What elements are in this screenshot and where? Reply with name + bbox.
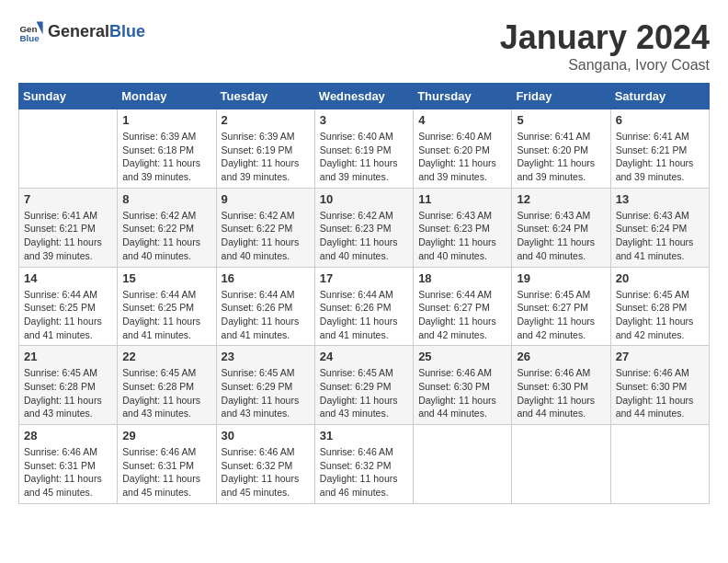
title-block: January 2024 Sangana, Ivory Coast bbox=[500, 18, 710, 74]
sunrise-text: Sunrise: 6:45 AM bbox=[320, 367, 393, 378]
sunrise-text: Sunrise: 6:42 AM bbox=[122, 210, 196, 221]
cell-info: Sunrise: 6:42 AMSunset: 6:22 PMDaylight:… bbox=[222, 209, 310, 263]
table-row: 30Sunrise: 6:46 AMSunset: 6:32 PMDayligh… bbox=[216, 425, 314, 504]
sunset-text: Sunset: 6:29 PM bbox=[320, 381, 392, 392]
sunset-text: Sunset: 6:32 PM bbox=[222, 460, 293, 471]
table-row: 20Sunrise: 6:45 AMSunset: 6:28 PMDayligh… bbox=[610, 267, 709, 346]
table-row: 10Sunrise: 6:42 AMSunset: 6:23 PMDayligh… bbox=[314, 188, 413, 267]
daylight-text: Daylight: 11 hours and 40 minutes. bbox=[320, 236, 398, 261]
daylight-text: Daylight: 11 hours and 41 minutes. bbox=[222, 316, 300, 340]
day-number: 1 bbox=[122, 113, 210, 127]
calendar-week-row: 28Sunrise: 6:46 AMSunset: 6:31 PMDayligh… bbox=[19, 425, 710, 504]
sunrise-text: Sunrise: 6:46 AM bbox=[222, 446, 295, 457]
cell-info: Sunrise: 6:45 AMSunset: 6:29 PMDaylight:… bbox=[320, 366, 408, 420]
sunset-text: Sunset: 6:24 PM bbox=[616, 223, 688, 234]
cell-info: Sunrise: 6:45 AMSunset: 6:28 PMDaylight:… bbox=[122, 366, 210, 420]
sunrise-text: Sunrise: 6:46 AM bbox=[517, 367, 590, 378]
sunrise-text: Sunrise: 6:44 AM bbox=[122, 289, 196, 300]
header-monday: Monday bbox=[118, 84, 216, 109]
table-row: 16Sunrise: 6:44 AMSunset: 6:26 PMDayligh… bbox=[216, 267, 314, 346]
day-number: 19 bbox=[517, 271, 605, 285]
daylight-text: Daylight: 11 hours and 41 minutes. bbox=[616, 236, 694, 261]
sunrise-text: Sunrise: 6:43 AM bbox=[616, 210, 689, 221]
sunset-text: Sunset: 6:30 PM bbox=[517, 381, 588, 392]
table-row: 15Sunrise: 6:44 AMSunset: 6:25 PMDayligh… bbox=[118, 267, 216, 346]
sunset-text: Sunset: 6:28 PM bbox=[24, 381, 96, 392]
sunset-text: Sunset: 6:21 PM bbox=[24, 223, 96, 234]
sunset-text: Sunset: 6:27 PM bbox=[517, 302, 588, 313]
day-number: 7 bbox=[24, 192, 112, 206]
daylight-text: Daylight: 11 hours and 41 minutes. bbox=[122, 316, 200, 340]
sunrise-text: Sunrise: 6:46 AM bbox=[24, 446, 97, 457]
calendar-week-row: 21Sunrise: 6:45 AMSunset: 6:28 PMDayligh… bbox=[19, 346, 710, 425]
sunrise-text: Sunrise: 6:45 AM bbox=[222, 367, 295, 378]
day-number: 23 bbox=[222, 350, 310, 363]
logo-general-text: General bbox=[48, 22, 109, 40]
cell-info: Sunrise: 6:46 AMSunset: 6:32 PMDaylight:… bbox=[222, 445, 310, 500]
sunrise-text: Sunrise: 6:45 AM bbox=[122, 367, 196, 378]
header-thursday: Thursday bbox=[414, 84, 512, 109]
sunset-text: Sunset: 6:27 PM bbox=[418, 302, 490, 313]
header-friday: Friday bbox=[512, 84, 610, 109]
cell-info: Sunrise: 6:46 AMSunset: 6:30 PMDaylight:… bbox=[616, 366, 704, 420]
sunset-text: Sunset: 6:28 PM bbox=[616, 302, 688, 313]
cell-info: Sunrise: 6:39 AMSunset: 6:19 PMDaylight:… bbox=[222, 130, 310, 184]
daylight-text: Daylight: 11 hours and 44 minutes. bbox=[418, 395, 496, 419]
sunrise-text: Sunrise: 6:40 AM bbox=[320, 131, 393, 142]
sunset-text: Sunset: 6:20 PM bbox=[418, 144, 490, 155]
cell-info: Sunrise: 6:44 AMSunset: 6:27 PMDaylight:… bbox=[418, 288, 506, 342]
day-number: 11 bbox=[418, 192, 506, 206]
calendar-location: Sangana, Ivory Coast bbox=[500, 57, 710, 74]
sunset-text: Sunset: 6:18 PM bbox=[122, 144, 194, 155]
cell-info: Sunrise: 6:41 AMSunset: 6:21 PMDaylight:… bbox=[616, 130, 704, 184]
day-number: 30 bbox=[222, 429, 310, 442]
sunrise-text: Sunrise: 6:44 AM bbox=[418, 289, 492, 300]
daylight-text: Daylight: 11 hours and 39 minutes. bbox=[320, 157, 398, 182]
cell-info: Sunrise: 6:43 AMSunset: 6:24 PMDaylight:… bbox=[517, 209, 605, 263]
sunset-text: Sunset: 6:22 PM bbox=[222, 223, 293, 234]
table-row: 6Sunrise: 6:41 AMSunset: 6:21 PMDaylight… bbox=[610, 109, 709, 189]
daylight-text: Daylight: 11 hours and 45 minutes. bbox=[122, 473, 200, 498]
day-number: 27 bbox=[616, 350, 704, 363]
day-number: 20 bbox=[616, 271, 704, 285]
cell-info: Sunrise: 6:45 AMSunset: 6:28 PMDaylight:… bbox=[616, 288, 704, 342]
daylight-text: Daylight: 11 hours and 39 minutes. bbox=[517, 157, 595, 182]
day-number: 15 bbox=[122, 271, 210, 285]
daylight-text: Daylight: 11 hours and 46 minutes. bbox=[320, 473, 398, 498]
daylight-text: Daylight: 11 hours and 40 minutes. bbox=[222, 236, 300, 261]
daylight-text: Daylight: 11 hours and 45 minutes. bbox=[24, 473, 102, 498]
day-number: 2 bbox=[222, 113, 310, 127]
table-row: 21Sunrise: 6:45 AMSunset: 6:28 PMDayligh… bbox=[19, 346, 118, 425]
cell-info: Sunrise: 6:42 AMSunset: 6:23 PMDaylight:… bbox=[320, 209, 408, 263]
sunrise-text: Sunrise: 6:46 AM bbox=[122, 446, 196, 457]
sunrise-text: Sunrise: 6:46 AM bbox=[616, 367, 689, 378]
sunset-text: Sunset: 6:25 PM bbox=[24, 302, 96, 313]
table-row: 18Sunrise: 6:44 AMSunset: 6:27 PMDayligh… bbox=[414, 267, 512, 346]
daylight-text: Daylight: 11 hours and 43 minutes. bbox=[222, 395, 300, 419]
table-row: 28Sunrise: 6:46 AMSunset: 6:31 PMDayligh… bbox=[19, 425, 118, 504]
table-row bbox=[512, 425, 610, 504]
table-row: 23Sunrise: 6:45 AMSunset: 6:29 PMDayligh… bbox=[216, 346, 314, 425]
day-number: 31 bbox=[320, 429, 408, 442]
day-number: 4 bbox=[418, 113, 506, 127]
cell-info: Sunrise: 6:44 AMSunset: 6:26 PMDaylight:… bbox=[222, 288, 310, 342]
day-number: 10 bbox=[320, 192, 408, 206]
day-number: 24 bbox=[320, 350, 408, 363]
table-row: 4Sunrise: 6:40 AMSunset: 6:20 PMDaylight… bbox=[414, 109, 512, 189]
table-row: 13Sunrise: 6:43 AMSunset: 6:24 PMDayligh… bbox=[610, 188, 709, 267]
day-number: 21 bbox=[24, 350, 112, 363]
table-row: 9Sunrise: 6:42 AMSunset: 6:22 PMDaylight… bbox=[216, 188, 314, 267]
daylight-text: Daylight: 11 hours and 42 minutes. bbox=[418, 316, 496, 340]
day-number: 5 bbox=[517, 113, 605, 127]
daylight-text: Daylight: 11 hours and 42 minutes. bbox=[616, 316, 694, 340]
sunrise-text: Sunrise: 6:46 AM bbox=[320, 446, 393, 457]
daylight-text: Daylight: 11 hours and 43 minutes. bbox=[24, 395, 102, 419]
cell-info: Sunrise: 6:45 AMSunset: 6:27 PMDaylight:… bbox=[517, 288, 605, 342]
day-number: 8 bbox=[122, 192, 210, 206]
sunrise-text: Sunrise: 6:44 AM bbox=[222, 289, 295, 300]
daylight-text: Daylight: 11 hours and 43 minutes. bbox=[320, 395, 398, 419]
sunset-text: Sunset: 6:23 PM bbox=[418, 223, 490, 234]
cell-info: Sunrise: 6:44 AMSunset: 6:25 PMDaylight:… bbox=[122, 288, 210, 342]
sunrise-text: Sunrise: 6:43 AM bbox=[517, 210, 590, 221]
header-wednesday: Wednesday bbox=[314, 84, 413, 109]
